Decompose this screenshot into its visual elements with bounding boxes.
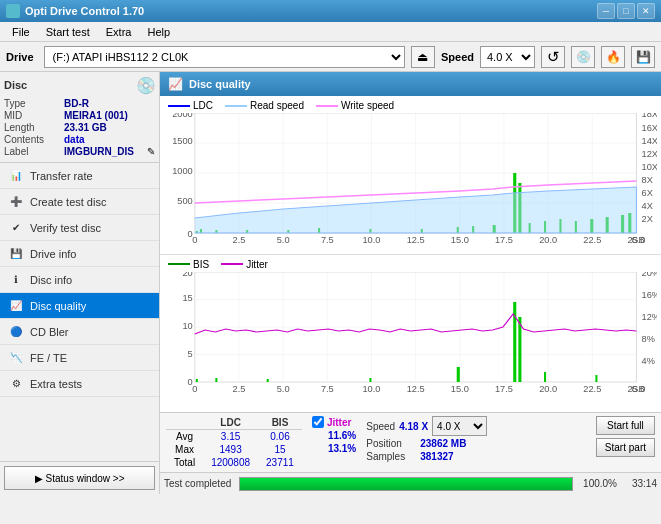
disc-quality-title: Disc quality xyxy=(189,78,251,90)
legend-read: Read speed xyxy=(225,100,304,111)
nav-fe-te[interactable]: 📉 FE / TE xyxy=(0,345,159,371)
menu-start-test[interactable]: Start test xyxy=(38,24,98,40)
disc-quality-header: 📈 Disc quality xyxy=(160,72,661,96)
maximize-button[interactable]: □ xyxy=(617,3,635,19)
refresh-button[interactable]: ↺ xyxy=(541,46,565,68)
legend-write: Write speed xyxy=(316,100,394,111)
jitter-max-row: 13.1% xyxy=(312,443,356,454)
stats-row-total: Total 1200808 23711 xyxy=(166,456,302,469)
nav-cd-bler[interactable]: 🔵 CD Bler xyxy=(0,319,159,345)
chart1-svg: 0 500 1000 1500 2000 18X 16X 14X 12X 10X… xyxy=(164,113,657,243)
jitter-max-val: 13.1% xyxy=(328,443,356,454)
menu-file[interactable]: File xyxy=(4,24,38,40)
status-window-label: Status window >> xyxy=(46,473,125,484)
svg-rect-103 xyxy=(595,375,597,382)
disc-info-icon: ℹ xyxy=(8,272,24,288)
titlebar: Opti Drive Control 1.70 ─ □ ✕ xyxy=(0,0,661,22)
nav-create-test-disc[interactable]: ➕ Create test disc xyxy=(0,189,159,215)
fe-te-icon: 📉 xyxy=(8,350,24,366)
disc-type-val: BD-R xyxy=(64,98,155,109)
verify-icon: ✔ xyxy=(8,220,24,236)
burn-icon-btn[interactable]: 🔥 xyxy=(601,46,625,68)
svg-text:17.5: 17.5 xyxy=(495,384,513,392)
nav-transfer-rate[interactable]: 📊 Transfer rate xyxy=(0,163,159,189)
svg-text:22.5: 22.5 xyxy=(583,384,601,392)
jitter-checkbox[interactable] xyxy=(312,416,324,428)
nav-disc-info[interactable]: ℹ Disc info xyxy=(0,267,159,293)
svg-text:18X: 18X xyxy=(642,113,657,119)
eject-icon: ⏏ xyxy=(417,50,428,64)
bis-color xyxy=(168,263,190,265)
drive-select[interactable]: (F:) ATAPI iHBS112 2 CL0K xyxy=(44,46,405,68)
progressbar-area: Test completed 100.0% 33:14 xyxy=(160,472,661,494)
svg-text:5.0: 5.0 xyxy=(277,235,290,243)
transfer-rate-icon: 📊 xyxy=(8,168,24,184)
svg-text:10: 10 xyxy=(182,321,192,331)
svg-text:20: 20 xyxy=(182,272,192,278)
jitter-avg-row: 11.6% xyxy=(312,430,356,441)
nav-drive-info[interactable]: 💾 Drive info xyxy=(0,241,159,267)
disc-icon-btn[interactable]: 💿 xyxy=(571,46,595,68)
svg-rect-101 xyxy=(518,317,521,382)
svg-text:7.5: 7.5 xyxy=(321,235,334,243)
write-label: Write speed xyxy=(341,100,394,111)
menu-extra[interactable]: Extra xyxy=(98,24,140,40)
disc-mid-key: MID xyxy=(4,110,64,121)
sidebar-bottom: ▶ Status window >> xyxy=(0,461,159,494)
read-color xyxy=(225,105,247,107)
svg-text:GB: GB xyxy=(631,384,644,392)
stats-row-avg: Avg 3.15 0.06 xyxy=(166,430,302,444)
chart1-legend: LDC Read speed Write speed xyxy=(164,98,657,113)
svg-text:10X: 10X xyxy=(642,162,657,172)
minimize-button[interactable]: ─ xyxy=(597,3,615,19)
svg-text:1500: 1500 xyxy=(172,136,193,146)
nav-extra-tests[interactable]: ⚙ Extra tests xyxy=(0,371,159,397)
svg-text:6X: 6X xyxy=(642,188,653,198)
stats-max-ldc: 1493 xyxy=(203,443,258,456)
refresh-icon: ↺ xyxy=(547,48,560,66)
save-icon-btn[interactable]: 💾 xyxy=(631,46,655,68)
progress-status-label: Test completed xyxy=(164,478,231,489)
svg-text:20.0: 20.0 xyxy=(539,235,557,243)
disc-section: Disc 💿 Type BD-R MID MEIRA1 (001) Length… xyxy=(0,72,159,163)
svg-text:17.5: 17.5 xyxy=(495,235,513,243)
jitter-section: Jitter 11.6% 13.1% xyxy=(306,416,362,454)
disc-contents-key: Contents xyxy=(4,134,64,145)
nav-verify-test-disc[interactable]: ✔ Verify test disc xyxy=(0,215,159,241)
progress-track xyxy=(239,477,573,491)
svg-text:15.0: 15.0 xyxy=(451,384,469,392)
toolbar: Drive (F:) ATAPI iHBS112 2 CL0K ⏏ Speed … xyxy=(0,42,661,72)
speed-label: Speed xyxy=(441,51,474,63)
speed-select[interactable]: 4.0 X xyxy=(480,46,535,68)
stats-header-bis: BIS xyxy=(258,416,302,430)
stats-max-label: Max xyxy=(166,443,203,456)
start-part-button[interactable]: Start part xyxy=(596,438,655,457)
samples-key: Samples xyxy=(366,451,416,462)
disc-section-icon: 💿 xyxy=(137,76,155,94)
chart2-container: BIS Jitter xyxy=(160,254,661,413)
stats-max-bis: 15 xyxy=(258,443,302,456)
nav-extra-tests-label: Extra tests xyxy=(30,378,82,390)
nav-disc-quality[interactable]: 📈 Disc quality xyxy=(0,293,159,319)
status-window-button[interactable]: ▶ Status window >> xyxy=(4,466,155,490)
start-full-button[interactable]: Start full xyxy=(596,416,655,435)
speed-stats: Speed 4.18 X 4.0 X Position 23862 MB Sam… xyxy=(366,416,487,462)
close-button[interactable]: ✕ xyxy=(637,3,655,19)
svg-text:8%: 8% xyxy=(642,334,655,344)
menu-help[interactable]: Help xyxy=(139,24,178,40)
disc-quality-icon: 📈 xyxy=(8,298,24,314)
speed-key: Speed xyxy=(366,421,395,432)
svg-rect-102 xyxy=(544,372,546,382)
disc-header: Disc 💿 xyxy=(4,76,155,94)
eject-button[interactable]: ⏏ xyxy=(411,46,435,68)
svg-text:2.5: 2.5 xyxy=(233,384,246,392)
titlebar-left: Opti Drive Control 1.70 xyxy=(6,4,144,18)
nav-items: 📊 Transfer rate ➕ Create test disc ✔ Ver… xyxy=(0,163,159,461)
speed-select2[interactable]: 4.0 X xyxy=(432,416,487,436)
svg-text:4%: 4% xyxy=(642,356,655,366)
label-edit-icon[interactable]: ✎ xyxy=(147,146,155,157)
content-area: 📈 Disc quality LDC Read speed xyxy=(160,72,661,494)
svg-text:8X: 8X xyxy=(642,175,653,185)
legend-ldc: LDC xyxy=(168,100,213,111)
jitter-legend-label: Jitter xyxy=(246,259,268,270)
